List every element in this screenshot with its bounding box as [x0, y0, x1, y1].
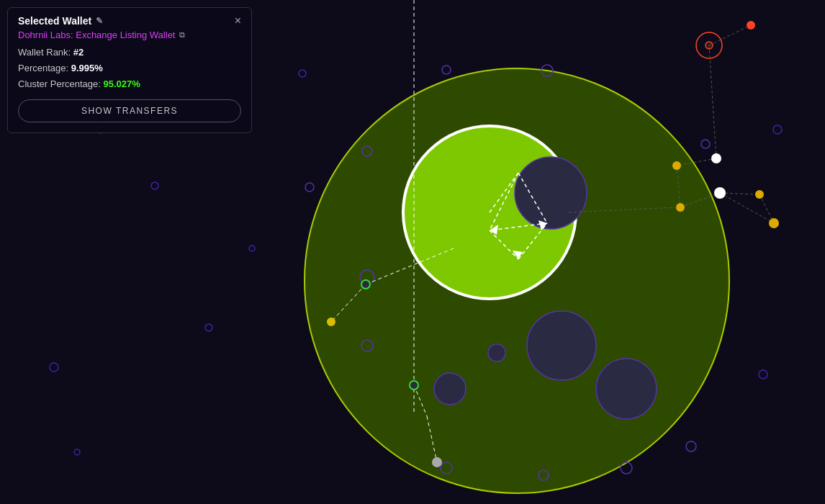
percentage-value: 9.995% [71, 63, 103, 73]
outer-cluster-circle [305, 68, 729, 493]
wallet-rank-value: #2 [73, 47, 84, 58]
arrow-3 [490, 225, 498, 235]
white-node-1 [711, 153, 721, 163]
panel-title: Selected Wallet ✎ [18, 15, 103, 27]
gold-node-1 [672, 161, 681, 170]
dark-node-6 [488, 344, 505, 361]
percentage-row: Percentage: 9.995% [18, 60, 241, 76]
wallet-rank-row: Wallet Rank: #2 [18, 45, 241, 60]
gold-node-4 [769, 218, 779, 228]
red-orbit [696, 32, 722, 58]
scatter-left2 [305, 183, 314, 192]
path-node-green-2 [410, 381, 418, 390]
far-dot-8 [74, 449, 80, 455]
scatter-left3 [360, 270, 374, 284]
scatter-tr1 [701, 140, 710, 148]
dark-node-1-border [515, 157, 587, 229]
scatter-bottom2 [538, 470, 549, 480]
dash-line-2 [709, 45, 716, 158]
down-dash-1 [414, 385, 427, 416]
dark-node-4 [434, 373, 466, 405]
path-node-gold [327, 318, 335, 326]
wallet-name-text: Dohrnii Labs: Exchange Listing Wallet [18, 30, 175, 40]
scatter-br1 [621, 462, 632, 474]
dark-node-2-border [527, 311, 596, 380]
dash-line-6 [720, 193, 759, 194]
inner-dash-2 [518, 173, 547, 223]
scatter-bottom1 [441, 462, 452, 474]
scatter-top1 [442, 66, 451, 74]
cluster-to-right-dash [569, 207, 677, 212]
gold-node-3 [755, 190, 764, 199]
far-dot-4 [205, 324, 212, 331]
panel-title-text: Selected Wallet [18, 15, 91, 27]
dark-node-1 [515, 157, 587, 229]
show-transfers-button[interactable]: SHOW TRANSFERS [18, 99, 241, 122]
far-dot-7 [759, 370, 767, 379]
close-button[interactable]: × [235, 15, 241, 27]
dark-node-3-border [596, 359, 657, 419]
inner-wallet-circle [403, 126, 576, 299]
arrow-2 [513, 251, 523, 259]
arrow-1 [538, 220, 547, 230]
cluster-percentage-row: Cluster Percentage: 95.027% [18, 76, 241, 92]
inner-dash-6 [490, 173, 518, 230]
inner-dash-3 [490, 223, 547, 230]
dash-line-7 [759, 194, 774, 223]
wallet-rank-label: Wallet Rank: [18, 47, 71, 58]
long-dash-1 [366, 248, 454, 284]
wallet-stats: Wallet Rank: #2 Percentage: 9.995% Clust… [18, 45, 241, 92]
inner-dash-4 [490, 230, 518, 259]
info-panel: Selected Wallet ✎ × Dohrnii Labs: Exchan… [7, 7, 252, 133]
dash-line-9 [680, 193, 720, 207]
panel-header: Selected Wallet ✎ × [18, 15, 241, 27]
wallet-name: Dohrnii Labs: Exchange Listing Wallet ⧉ [18, 30, 241, 40]
inner-dash-1 [490, 173, 518, 212]
scatter-br2 [686, 441, 696, 451]
dash-line-5 [680, 193, 720, 207]
dash-line-4 [677, 166, 680, 207]
far-dot-10 [299, 70, 306, 77]
scatter-top2 [541, 65, 553, 76]
scatter-left1 [362, 146, 372, 156]
edit-icon: ✎ [96, 16, 103, 26]
red-dot-top [747, 21, 755, 30]
far-dot-3 [151, 182, 158, 189]
cluster-percentage-label: Cluster Percentage: [18, 78, 101, 89]
down-dash-2 [427, 416, 437, 462]
dark-node-3 [596, 359, 657, 419]
percentage-label: Percentage: [18, 63, 68, 73]
inner-dash-5 [518, 223, 547, 259]
far-dot-2 [50, 363, 58, 372]
path-node-gray [432, 457, 442, 467]
far-dot-6 [773, 125, 782, 134]
red-node-center [705, 42, 713, 49]
scatter-bl1 [361, 340, 373, 351]
dark-node-2 [527, 311, 596, 380]
copy-icon[interactable]: ⧉ [179, 30, 185, 40]
cluster-percentage-value: 95.027% [104, 78, 140, 89]
dash-line-8 [720, 193, 774, 223]
path-node-green-1 [361, 280, 370, 289]
far-dot-5 [249, 246, 255, 251]
dash-line-1 [709, 25, 751, 45]
white-node-2 [714, 187, 726, 199]
long-dash-2 [331, 284, 366, 322]
dash-line-3 [677, 158, 716, 166]
gold-node-2 [676, 203, 685, 212]
